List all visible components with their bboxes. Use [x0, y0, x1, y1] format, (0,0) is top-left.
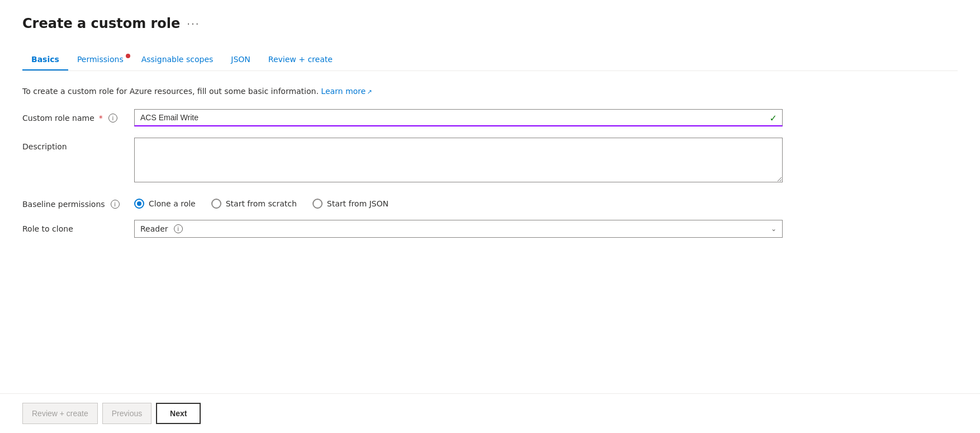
radio-group: Clone a role Start from scratch Start fr…	[134, 195, 783, 209]
chevron-down-icon: ⌄	[771, 225, 777, 233]
baseline-permissions-info-icon[interactable]: i	[111, 200, 120, 209]
required-star: *	[99, 114, 103, 123]
radio-json-label: Start from JSON	[327, 199, 389, 208]
radio-clone-circle	[134, 199, 144, 209]
radio-start-json[interactable]: Start from JSON	[313, 199, 389, 209]
custom-role-name-info-icon[interactable]: i	[108, 114, 117, 123]
description-input-wrapper	[134, 138, 783, 184]
page-title: Create a custom role	[22, 16, 180, 31]
role-to-clone-label: Role to clone	[22, 220, 134, 233]
role-to-clone-row: Role to clone Reader i ⌄	[22, 220, 805, 238]
form-section: Custom role name * i ✓ Description	[22, 109, 805, 238]
learn-more-link[interactable]: Learn more↗	[321, 87, 372, 96]
role-to-clone-input-wrapper: Reader i ⌄	[134, 220, 783, 238]
more-options-icon[interactable]: ···	[187, 18, 200, 30]
baseline-permissions-row: Baseline permissions i Clone a role Star…	[22, 195, 805, 209]
description-label: Description	[22, 138, 134, 151]
tab-json[interactable]: JSON	[222, 49, 259, 70]
radio-json-circle	[313, 199, 323, 209]
footer: Review + create Previous Next	[0, 393, 980, 433]
previous-button[interactable]: Previous	[102, 403, 152, 424]
tab-basics[interactable]: Basics	[22, 49, 68, 70]
custom-role-name-input-container: ✓	[134, 109, 783, 126]
dropdown-content: Reader i	[140, 224, 183, 233]
description-textarea[interactable]	[134, 138, 783, 182]
permissions-badge	[126, 54, 130, 58]
radio-scratch-label: Start from scratch	[226, 199, 297, 208]
next-button[interactable]: Next	[156, 403, 201, 424]
role-to-clone-info-icon[interactable]: i	[174, 224, 183, 233]
custom-role-name-input[interactable]	[134, 109, 783, 126]
tab-permissions[interactable]: Permissions	[68, 49, 132, 70]
tabs-nav: Basics Permissions Assignable scopes JSO…	[22, 49, 958, 71]
baseline-permissions-options: Clone a role Start from scratch Start fr…	[134, 195, 783, 209]
custom-role-name-label: Custom role name * i	[22, 109, 134, 123]
check-icon: ✓	[770, 112, 777, 123]
form-description: To create a custom role for Azure resour…	[22, 87, 958, 96]
radio-scratch-circle	[211, 199, 221, 209]
external-link-icon: ↗	[367, 88, 372, 96]
description-row: Description	[22, 138, 805, 184]
tab-review-create[interactable]: Review + create	[259, 49, 342, 70]
review-create-button[interactable]: Review + create	[22, 403, 98, 424]
baseline-permissions-label: Baseline permissions i	[22, 195, 134, 209]
custom-role-name-row: Custom role name * i ✓	[22, 109, 805, 126]
role-to-clone-dropdown[interactable]: Reader i ⌄	[134, 220, 783, 238]
custom-role-name-input-wrapper: ✓	[134, 109, 783, 126]
radio-clone-label: Clone a role	[149, 199, 196, 208]
radio-clone-role[interactable]: Clone a role	[134, 199, 196, 209]
tab-assignable-scopes[interactable]: Assignable scopes	[132, 49, 222, 70]
radio-start-scratch[interactable]: Start from scratch	[211, 199, 297, 209]
